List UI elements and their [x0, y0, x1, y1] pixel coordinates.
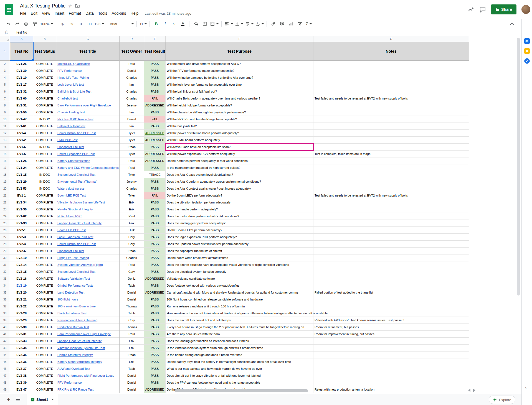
cell-C15[interactable]: Power Expansion PCB Test	[56, 151, 119, 157]
column-header-B[interactable]: B	[33, 36, 56, 42]
cell-B14[interactable]: IN DOC	[33, 144, 56, 151]
column-header-E[interactable]: E	[144, 36, 166, 42]
cell-A7[interactable]: EV1-60	[10, 95, 33, 102]
cell-A3[interactable]: EV1-39	[10, 67, 33, 74]
cell-E28[interactable]: PASS	[144, 241, 166, 248]
cell-B48[interactable]: COMPLETE	[33, 379, 56, 386]
cell-B36[interactable]: COMPLETE	[33, 296, 56, 303]
scroll-left-icon[interactable]	[468, 389, 470, 392]
merge-cells-button[interactable]	[209, 20, 219, 28]
text-color-button[interactable]: A	[178, 20, 187, 28]
functions-button[interactable]: Σ	[304, 20, 313, 28]
cell-C46[interactable]: AUW and Overload Test	[56, 365, 119, 372]
cell-A31[interactable]: EV2-14	[10, 261, 33, 268]
cell-A36[interactable]: EV2-21	[10, 296, 33, 303]
cell-G49[interactable]: Retest with new production antenna locat…	[313, 386, 469, 393]
cell-G19[interactable]	[313, 178, 469, 185]
cell-E30[interactable]: PASS	[144, 254, 166, 261]
cell-B37[interactable]: COMPLETE	[33, 303, 56, 310]
cell-F27[interactable]: Does the logic expansion PCB perform ade…	[166, 234, 313, 241]
cell-C16[interactable]: Battery Characterization	[56, 157, 119, 164]
cell-G20[interactable]	[313, 185, 469, 192]
cell-B7[interactable]: COMPLETE	[33, 95, 56, 102]
cell-C40[interactable]: Production Burn-in Test	[56, 324, 119, 331]
cell-E15[interactable]: ADDRESSED	[144, 151, 166, 157]
font-select[interactable]: Arial	[109, 20, 135, 28]
text-rotate-button[interactable]: A	[254, 20, 265, 28]
horizontal-scrollbar[interactable]	[175, 389, 308, 392]
cell-F4[interactable]: Will the wiring be damaged by folding / …	[166, 74, 313, 81]
cell-C27[interactable]: Logic Expansion PCB Test	[56, 234, 119, 241]
row-header-42[interactable]: 42	[0, 338, 10, 345]
cell-E21[interactable]: FAIL	[144, 192, 166, 199]
cell-F47[interactable]: Does aircraft get into crazy vibrations …	[166, 372, 313, 379]
cell-D20[interactable]: Charles	[119, 185, 144, 192]
avatar[interactable]	[521, 5, 530, 14]
comment-history-icon[interactable]	[479, 6, 486, 13]
menu-insert[interactable]: Insert	[52, 11, 67, 16]
cell-A11[interactable]: EV1-61	[10, 123, 33, 130]
select-all-corner[interactable]	[0, 36, 10, 42]
cell-G16[interactable]	[313, 157, 469, 164]
row-header-8[interactable]: 8	[0, 102, 10, 109]
cell-B42[interactable]: COMPLETE	[33, 338, 56, 345]
cell-D32[interactable]: Cory	[119, 268, 144, 275]
cell-A19[interactable]: EV1-29	[10, 178, 33, 185]
cell-D24[interactable]: Raul	[119, 213, 144, 220]
cell-D3[interactable]: Daniel	[119, 67, 144, 74]
cell-F2[interactable]: Will the motor and drive perform accepta…	[166, 60, 313, 67]
cell-F29[interactable]: Does the flopdapter run the life of airc…	[166, 248, 313, 254]
cell-C44[interactable]: Handle Structural Integrity	[56, 351, 119, 358]
cell-B31[interactable]: COMPLETE	[33, 261, 56, 268]
row-header-25[interactable]: 25	[0, 220, 10, 227]
cell-B26[interactable]: COMPLETE	[33, 227, 56, 234]
cell-A38[interactable]: EV2-28	[10, 310, 33, 317]
cell-F24[interactable]: Does the motor drive perform in hot / co…	[166, 213, 313, 220]
cell-C19[interactable]: Environmental Test (Thermal)	[56, 178, 119, 185]
cell-D42[interactable]: Erik	[119, 338, 144, 345]
row-header-31[interactable]: 31	[0, 261, 10, 268]
cell-A21[interactable]: EV1-1	[10, 192, 33, 199]
cell-A1[interactable]: Test No	[10, 42, 33, 60]
menu-help[interactable]: Help	[128, 11, 141, 16]
cell-F43[interactable]: Is the vibration isolation system stron …	[166, 345, 313, 351]
cell-D2[interactable]: Raul	[119, 60, 144, 67]
cell-G27[interactable]	[313, 234, 469, 241]
cell-E22[interactable]: PASS	[144, 199, 166, 206]
row-header-47[interactable]: 47	[0, 372, 10, 379]
cell-D25[interactable]: Erik	[119, 220, 144, 227]
cell-D37[interactable]: Thomas	[119, 303, 144, 310]
cell-F39[interactable]: Does the aircraft function at hot and co…	[166, 317, 313, 324]
text-wrap-button[interactable]	[244, 20, 254, 28]
cell-F17[interactable]: Is the magnetometer impacted by high cur…	[166, 164, 313, 171]
cell-D40[interactable]: Thomas	[119, 324, 144, 331]
cell-G38[interactable]	[313, 310, 469, 317]
cell-B41[interactable]: COMPLETE	[33, 331, 56, 338]
cell-C8[interactable]: Baro Performance over Flight Envelope	[56, 102, 119, 109]
cell-D44[interactable]: Ethan	[119, 351, 144, 358]
cell-A33[interactable]: EV2-16	[10, 275, 33, 282]
cell-G30[interactable]	[313, 254, 469, 261]
menu-addons[interactable]: Add-ons	[109, 11, 128, 16]
cell-G46[interactable]	[313, 365, 469, 372]
cell-B9[interactable]: COMPLETE	[33, 109, 56, 116]
cell-G33[interactable]	[313, 275, 469, 282]
format-currency-button[interactable]: $	[58, 20, 67, 28]
row-header-43[interactable]: 43	[0, 345, 10, 351]
cell-B16[interactable]: COMPLETE	[33, 157, 56, 164]
cell-G26[interactable]	[313, 227, 469, 234]
cell-D10[interactable]: Daniel	[119, 116, 144, 123]
cell-F10[interactable]: Will the FRX Pro and Futaba Range be acc…	[166, 116, 313, 123]
row-header-46[interactable]: 46	[0, 365, 10, 372]
cell-A6[interactable]: EV1-32	[10, 88, 33, 95]
cell-C32[interactable]: System Level Electrical Test	[56, 268, 119, 275]
row-header-37[interactable]: 37	[0, 303, 10, 310]
row-header-6[interactable]: 6	[0, 88, 10, 95]
cell-A16[interactable]: EV1-25	[10, 157, 33, 164]
italic-button[interactable]: I	[161, 20, 169, 28]
cell-G5[interactable]	[313, 81, 469, 88]
cell-F23[interactable]: Does the handle perform adequately?	[166, 206, 313, 213]
cell-F34[interactable]: Does footage look good with various payl…	[166, 282, 313, 289]
cell-F18[interactable]: Does the Alta X pass system level electr…	[166, 171, 313, 178]
cell-F6[interactable]: Will the ball link or strut fail / pull …	[166, 88, 313, 95]
